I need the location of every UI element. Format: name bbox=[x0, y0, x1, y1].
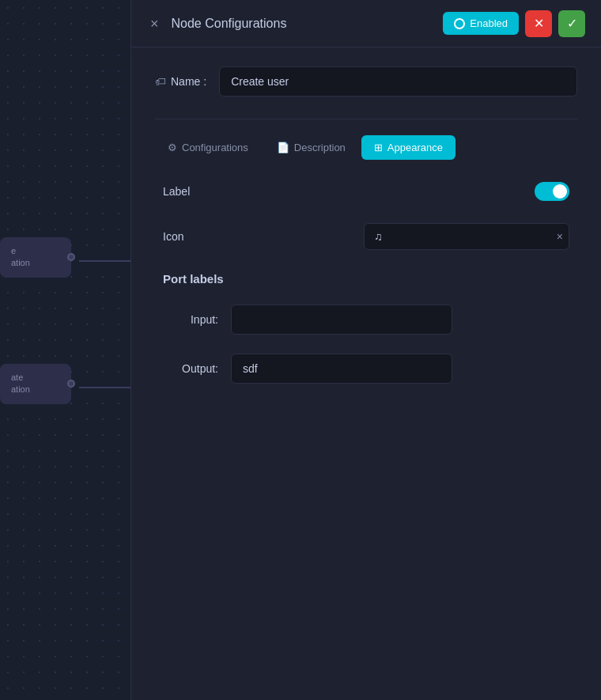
name-input[interactable] bbox=[219, 66, 577, 96]
node-2-connector-dot bbox=[67, 380, 75, 388]
tab-description[interactable]: 📄 Description bbox=[264, 135, 358, 160]
node-box-1: e ation bbox=[0, 237, 71, 278]
enabled-label: Enabled bbox=[470, 17, 508, 29]
tab-appearance-label: Appearance bbox=[387, 142, 443, 153]
cancel-button[interactable]: ✕ bbox=[525, 10, 552, 37]
icon-input-wrapper: × bbox=[364, 223, 569, 250]
tag-icon: 🏷 bbox=[155, 75, 166, 88]
label-field-row: Label bbox=[163, 182, 569, 201]
canvas-dots bbox=[0, 0, 130, 700]
tab-configurations-label: Configurations bbox=[182, 142, 248, 153]
description-icon: 📄 bbox=[277, 142, 289, 153]
panel-content: 🏷 Name : ⚙ Configurations 📄 Description … bbox=[131, 47, 601, 700]
close-button[interactable]: × bbox=[147, 13, 162, 34]
input-port-input[interactable] bbox=[231, 305, 452, 335]
icon-field-row: Icon × bbox=[163, 223, 569, 250]
icon-field-control: × bbox=[226, 223, 569, 250]
tab-configurations[interactable]: ⚙ Configurations bbox=[155, 135, 261, 160]
icon-input[interactable] bbox=[364, 223, 569, 250]
name-section: 🏷 Name : bbox=[155, 66, 577, 96]
tab-description-label: Description bbox=[294, 142, 346, 153]
input-port-label: Input: bbox=[163, 313, 218, 326]
output-port-label: Output: bbox=[163, 362, 218, 375]
enabled-circle-icon bbox=[454, 18, 465, 29]
node-2-line2: ation bbox=[11, 384, 60, 395]
port-labels-heading: Port labels bbox=[163, 272, 569, 286]
node-1-line2: ation bbox=[11, 257, 60, 269]
node-1-line1: e bbox=[11, 245, 60, 257]
toggle-slider bbox=[535, 182, 569, 201]
tabs: ⚙ Configurations 📄 Description ⊞ Appeara… bbox=[155, 135, 577, 160]
node-box-2: ate ation bbox=[0, 364, 71, 404]
name-label: 🏷 Name : bbox=[155, 75, 206, 88]
panel-header: × Node Configurations Enabled ✕ ✓ bbox=[131, 0, 601, 47]
label-field-label: Label bbox=[163, 185, 226, 198]
appearance-icon: ⊞ bbox=[374, 142, 383, 153]
header-actions: Enabled ✕ ✓ bbox=[443, 10, 585, 37]
name-label-text: Name : bbox=[171, 75, 206, 88]
output-port-input[interactable] bbox=[231, 354, 452, 384]
label-toggle-control bbox=[226, 182, 569, 201]
node-1-connector-dot bbox=[67, 253, 75, 261]
input-port-row: Input: bbox=[163, 305, 569, 335]
icon-clear-button[interactable]: × bbox=[557, 231, 563, 242]
configurations-icon: ⚙ bbox=[168, 142, 177, 153]
enabled-button[interactable]: Enabled bbox=[443, 12, 519, 35]
icon-field-label: Icon bbox=[163, 230, 226, 243]
panel-title: Node Configurations bbox=[172, 17, 444, 31]
tab-appearance[interactable]: ⊞ Appearance bbox=[361, 135, 455, 160]
canvas-area: e ation ate ation bbox=[0, 0, 130, 700]
appearance-form: Label Icon × Port bbox=[155, 182, 577, 384]
output-port-row: Output: bbox=[163, 354, 569, 384]
label-toggle[interactable] bbox=[535, 182, 569, 201]
confirm-button[interactable]: ✓ bbox=[558, 10, 585, 37]
panel: × Node Configurations Enabled ✕ ✓ 🏷 Name… bbox=[130, 0, 601, 700]
divider bbox=[155, 119, 577, 119]
node-2-line1: ate bbox=[11, 372, 60, 384]
